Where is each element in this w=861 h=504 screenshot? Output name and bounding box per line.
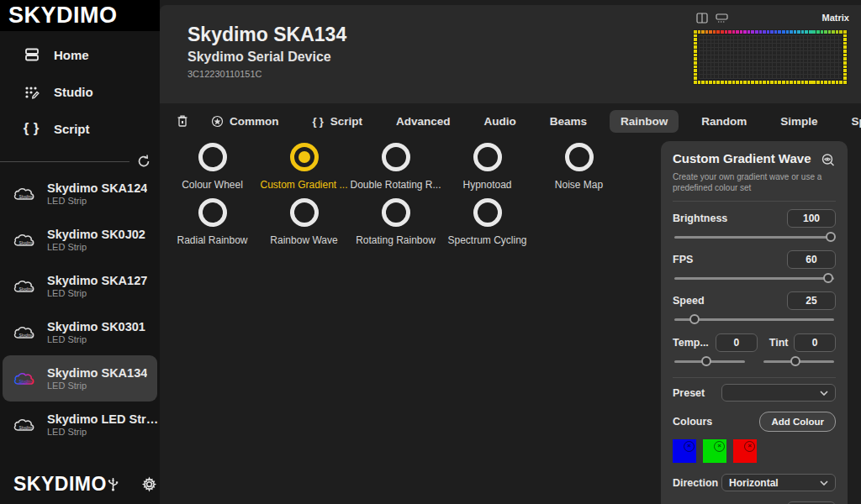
panel-divider xyxy=(673,201,836,202)
tint-slider[interactable] xyxy=(762,356,836,367)
device-list-item[interactable]: Skydimo Skydimo SKA134 LED Strip xyxy=(3,355,157,402)
tab-special[interactable]: Special xyxy=(841,110,861,133)
matrix-label: Matrix xyxy=(822,13,849,23)
sidebar-item-home[interactable]: Home xyxy=(0,36,160,73)
tab-script[interactable]: { }Script xyxy=(302,110,373,133)
tab-label: Random xyxy=(701,115,747,128)
colour-swatch-list: ××× xyxy=(673,439,836,463)
led-dot xyxy=(824,81,827,84)
sidebar-item-studio[interactable]: Studio xyxy=(0,73,160,110)
tab-simple[interactable]: Simple xyxy=(769,110,828,133)
led-dot xyxy=(725,81,728,84)
led-dot xyxy=(843,81,847,84)
effect-option[interactable]: Noise Map xyxy=(533,135,625,191)
led-dot xyxy=(836,81,839,84)
effect-label: Spectrum Cycling xyxy=(447,234,526,246)
brightness-value[interactable]: 100 xyxy=(787,209,836,228)
colour-swatch[interactable]: × xyxy=(733,439,757,463)
speed-slider[interactable] xyxy=(673,314,836,325)
direction-label: Direction xyxy=(673,477,718,489)
led-dot xyxy=(836,30,839,34)
led-dot xyxy=(828,81,832,84)
led-dot xyxy=(839,81,843,84)
device-name: Skydimo SK0J02 xyxy=(47,228,145,241)
tab-rainbow[interactable]: Rainbow xyxy=(610,110,679,133)
device-list-item[interactable]: Skydimo Skydimo SKA127 LED Strip xyxy=(0,263,160,309)
colour-swatch[interactable]: × xyxy=(673,439,696,463)
sidebar-footer: SKYDIMO xyxy=(0,464,160,504)
fps-slider[interactable] xyxy=(673,273,836,284)
led-dot xyxy=(732,81,736,84)
refresh-icon[interactable] xyxy=(136,154,151,169)
device-list-item[interactable]: Skydimo Skydimo SK0J02 LED Strip xyxy=(0,217,160,263)
effect-option[interactable]: Hypnotoad xyxy=(441,135,533,191)
device-list-divider xyxy=(0,154,151,169)
effect-option[interactable]: Radial Rainbow xyxy=(166,191,258,246)
remove-colour-icon[interactable]: × xyxy=(714,441,725,452)
brightness-slider[interactable] xyxy=(673,232,836,243)
direction-select[interactable]: Horizontal xyxy=(721,474,836,491)
tab-label: Beams xyxy=(550,115,587,128)
led-dot xyxy=(694,30,697,34)
tint-value[interactable]: 0 xyxy=(794,333,836,352)
effect-option[interactable]: Custom Gradient ... xyxy=(258,135,350,191)
tab-beams[interactable]: Beams xyxy=(539,110,598,133)
chevron-down-icon xyxy=(820,480,828,486)
tab-label: Special xyxy=(852,115,861,128)
split-layout-icon[interactable] xyxy=(696,13,708,24)
tab-common[interactable]: Common xyxy=(200,110,290,133)
effect-option[interactable]: Rotating Rainbow xyxy=(350,191,441,246)
led-dot xyxy=(843,42,847,45)
fps-value[interactable]: 60 xyxy=(787,250,836,269)
led-dot xyxy=(698,81,701,84)
led-dot xyxy=(805,30,808,34)
sidebar: SKYDIMO Home Studio { } S xyxy=(0,0,160,504)
led-dot xyxy=(828,30,832,34)
remove-colour-icon[interactable]: × xyxy=(684,441,695,452)
temp-slider[interactable] xyxy=(673,356,747,367)
remove-colour-icon[interactable]: × xyxy=(744,441,755,452)
led-dot xyxy=(839,30,843,34)
effect-option[interactable]: Colour Wheel xyxy=(166,135,258,191)
device-type: LED Strip xyxy=(47,288,147,298)
sidebar-item-script[interactable]: { } Script xyxy=(0,110,160,147)
led-dot xyxy=(816,30,820,34)
led-dot xyxy=(821,30,824,34)
effect-label: Double Rotating R... xyxy=(350,179,441,191)
speed-value[interactable]: 25 xyxy=(787,291,836,310)
gear-icon[interactable] xyxy=(141,476,157,492)
device-list-item[interactable]: Skydimo Skydimo LED Strip (Se... LED Str… xyxy=(0,402,160,448)
tab-advanced[interactable]: Advanced xyxy=(385,110,462,133)
led-dot xyxy=(832,81,835,84)
add-colour-button[interactable]: Add Colour xyxy=(759,412,836,432)
preset-select[interactable] xyxy=(721,384,836,402)
effect-label: Noise Map xyxy=(555,179,603,191)
effect-radio xyxy=(473,143,502,171)
led-dot xyxy=(694,81,697,84)
tab-random[interactable]: Random xyxy=(690,110,758,133)
panel-divider xyxy=(673,377,836,378)
effect-settings-panel: Custom Gradient Wave Create your own gra… xyxy=(661,141,848,504)
effect-option[interactable]: Spectrum Cycling xyxy=(441,191,533,246)
sidebar-item-label: Studio xyxy=(54,85,93,99)
strip-layout-icon[interactable] xyxy=(716,13,728,24)
usb-icon[interactable] xyxy=(107,475,119,492)
colour-swatch[interactable]: × xyxy=(703,439,726,463)
led-dot xyxy=(821,81,824,84)
temp-value[interactable]: 0 xyxy=(716,333,758,352)
device-list-item[interactable]: Skydimo Skydimo SKA124 LED Strip xyxy=(0,171,160,217)
skydimo-cloud-icon: Skydimo xyxy=(12,185,39,203)
led-dot xyxy=(721,30,724,34)
trash-icon[interactable] xyxy=(177,110,188,132)
page-title: Skydimo SKA134 xyxy=(188,24,346,46)
led-dot xyxy=(790,81,793,84)
magnifier-eye-icon[interactable] xyxy=(821,153,836,168)
device-list-item[interactable]: Skydimo Skydimo SK0301 LED Strip xyxy=(0,309,160,355)
effect-option[interactable]: Rainbow Wave xyxy=(258,191,350,246)
tab-audio[interactable]: Audio xyxy=(473,110,527,133)
effect-option[interactable]: Double Rotating R... xyxy=(350,135,441,191)
led-dot xyxy=(755,81,758,84)
sidebar-item-label: Script xyxy=(54,122,90,136)
brand-text: SKYDIMO xyxy=(8,3,118,29)
svg-text:Skydimo: Skydimo xyxy=(19,425,34,429)
